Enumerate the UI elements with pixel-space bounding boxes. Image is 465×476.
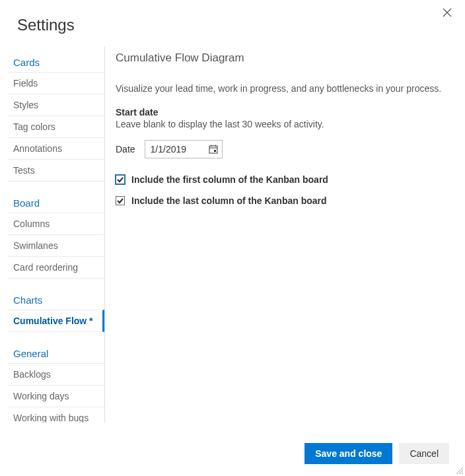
checkmark-icon bbox=[117, 197, 124, 204]
date-field-label: Date bbox=[116, 144, 135, 154]
save-and-close-button[interactable]: Save and close bbox=[304, 443, 392, 464]
resize-grip-icon bbox=[454, 465, 464, 475]
sidebar-item-swimlanes[interactable]: Swimlanes bbox=[8, 234, 104, 256]
include-first-column-checkbox[interactable] bbox=[116, 175, 125, 184]
start-date-label: Start date bbox=[116, 107, 452, 118]
sidebar-item-working-with-bugs[interactable]: Working with bugs bbox=[8, 407, 104, 423]
include-last-column-row: Include the last column of the Kanban bo… bbox=[116, 195, 452, 206]
svg-rect-6 bbox=[214, 150, 216, 152]
close-button[interactable] bbox=[443, 8, 453, 18]
calendar-icon[interactable] bbox=[209, 145, 218, 154]
sidebar-item-cumulative-flow[interactable]: Cumulative Flow * bbox=[8, 310, 104, 332]
sidebar-group-header: General bbox=[8, 343, 104, 363]
close-icon bbox=[443, 8, 452, 17]
include-first-column-row: Include the first column of the Kanban b… bbox=[116, 174, 452, 185]
sidebar-item-columns[interactable]: Columns bbox=[8, 213, 104, 234]
include-last-column-label: Include the last column of the Kanban bo… bbox=[131, 195, 327, 206]
sidebar-item-tests[interactable]: Tests bbox=[8, 159, 104, 182]
sidebar-item-fields[interactable]: Fields bbox=[8, 72, 104, 94]
sidebar-item-card-reordering[interactable]: Card reordering bbox=[8, 256, 104, 279]
sidebar-item-tag-colors[interactable]: Tag colors bbox=[8, 116, 104, 137]
resize-grip[interactable] bbox=[454, 465, 464, 475]
include-last-column-checkbox[interactable] bbox=[116, 196, 125, 205]
sidebar-group-header: Charts bbox=[8, 289, 104, 310]
svg-rect-2 bbox=[209, 146, 217, 153]
sidebar-group-header: Cards bbox=[8, 51, 104, 72]
date-row: Date bbox=[116, 140, 452, 158]
settings-sidebar: CardsFieldsStylesTag colorsAnnotationsTe… bbox=[8, 46, 105, 423]
sidebar-item-styles[interactable]: Styles bbox=[8, 94, 104, 116]
cancel-button[interactable]: Cancel bbox=[399, 443, 449, 464]
sidebar-group-header: Board bbox=[8, 192, 104, 213]
start-date-hint: Leave blank to display the last 30 weeks… bbox=[116, 119, 452, 129]
page-title: Settings bbox=[0, 0, 465, 46]
main-panel: Cumulative Flow Diagram Visualize your l… bbox=[105, 46, 465, 423]
svg-line-9 bbox=[462, 473, 463, 474]
include-first-column-label: Include the first column of the Kanban b… bbox=[131, 174, 328, 185]
sidebar-item-backlogs[interactable]: Backlogs bbox=[8, 363, 104, 385]
date-input[interactable] bbox=[151, 144, 197, 154]
checkmark-icon bbox=[117, 176, 124, 183]
panel-heading: Cumulative Flow Diagram bbox=[116, 51, 452, 65]
sidebar-item-working-days[interactable]: Working days bbox=[8, 385, 104, 407]
sidebar-item-annotations[interactable]: Annotations bbox=[8, 137, 104, 159]
panel-description: Visualize your lead time, work in progre… bbox=[116, 83, 452, 94]
dialog-footer: Save and close Cancel bbox=[304, 443, 449, 464]
date-field[interactable] bbox=[145, 140, 223, 158]
